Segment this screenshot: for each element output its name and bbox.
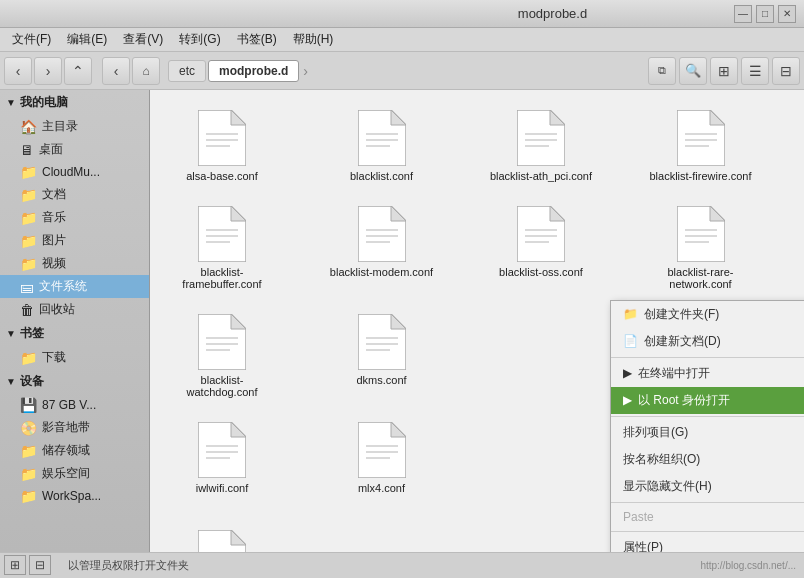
sidebar-section-mycomputer[interactable]: ▼ 我的电脑 bbox=[0, 90, 149, 115]
list-view-button[interactable]: ☰ bbox=[741, 57, 769, 85]
sidebar-item-storage[interactable]: 📁 储存领域 bbox=[0, 439, 149, 462]
sidebar-item-entertainment[interactable]: 📁 娱乐空间 bbox=[0, 462, 149, 485]
minimize-button[interactable]: — bbox=[734, 5, 752, 23]
bottom-btn-2[interactable]: ⊟ bbox=[29, 555, 51, 575]
drive-icon: 💾 bbox=[20, 397, 37, 413]
file-icon-blacklist-watchdog bbox=[198, 314, 246, 370]
window-controls[interactable]: — □ ✕ bbox=[734, 5, 796, 23]
section-label-devices: 设备 bbox=[20, 373, 44, 390]
sidebar-item-pictures[interactable]: 📁 图片 bbox=[0, 229, 149, 252]
sidebar-label-home: 主目录 bbox=[42, 118, 78, 135]
sidebar-section-devices[interactable]: ▼ 设备 bbox=[0, 369, 149, 394]
ctx-create-folder[interactable]: 📁创建文件夹(F) › bbox=[611, 301, 804, 328]
detail-view-button[interactable]: ⊟ bbox=[772, 57, 800, 85]
main-area: ▼ 我的电脑 🏠 主目录 🖥 桌面 📁 CloudMu... 📁 文档 📁 音乐… bbox=[0, 90, 804, 552]
sidebar-item-videos[interactable]: 📁 视频 bbox=[0, 252, 149, 275]
ctx-sep-3 bbox=[611, 502, 804, 503]
menu-edit[interactable]: 编辑(E) bbox=[59, 29, 115, 50]
sidebar-item-87gb[interactable]: 💾 87 GB V... bbox=[0, 394, 149, 416]
sidebar-label-downloads: 下载 bbox=[42, 349, 66, 366]
menu-bookmarks[interactable]: 书签(B) bbox=[229, 29, 285, 50]
ctx-properties[interactable]: 属性(P) bbox=[611, 534, 804, 552]
downloads-icon: 📁 bbox=[20, 350, 37, 366]
file-item-blacklist-firewire[interactable]: blacklist-firewire.conf bbox=[641, 102, 761, 190]
file-item-dkms[interactable]: dkms.conf bbox=[322, 306, 442, 406]
file-label-blacklist-fb: blacklist-framebuffer.conf bbox=[167, 266, 277, 290]
entertainment-icon: 📁 bbox=[20, 466, 37, 482]
file-label-iwlwifi: iwlwifi.conf bbox=[196, 482, 249, 494]
ctx-show-hidden[interactable]: 显示隐藏文件(H) bbox=[611, 473, 804, 500]
file-label-blacklist-oss: blacklist-oss.conf bbox=[499, 266, 583, 278]
grid-view-button[interactable]: ⊞ bbox=[710, 57, 738, 85]
close-button[interactable]: ✕ bbox=[778, 5, 796, 23]
nav-up-button[interactable]: ⌃ bbox=[64, 57, 92, 85]
file-icon-blacklist-rare bbox=[677, 206, 725, 262]
context-menu: 📁创建文件夹(F) › 📄创建新文档(D) › ▶在终端中打开 ▶以 Root … bbox=[610, 300, 804, 552]
nav-back-button[interactable]: ‹ bbox=[4, 57, 32, 85]
split-view-button[interactable]: ⧉ bbox=[648, 57, 676, 85]
svg-marker-71 bbox=[231, 530, 246, 545]
filesystem-icon: 🖴 bbox=[20, 279, 34, 295]
file-icon-blacklist-modem bbox=[358, 206, 406, 262]
file-label-blacklist: blacklist.conf bbox=[350, 170, 413, 182]
file-item-blacklist-fb[interactable]: blacklist-framebuffer.conf bbox=[162, 198, 282, 298]
ctx-open-terminal[interactable]: ▶在终端中打开 bbox=[611, 360, 804, 387]
file-icon-vmwgfx bbox=[198, 530, 246, 552]
file-item-alsa-base[interactable]: alsa-base.conf bbox=[162, 102, 282, 190]
menubar: 文件(F) 编辑(E) 查看(V) 转到(G) 书签(B) 帮助(H) bbox=[0, 28, 804, 52]
nav-prev-button[interactable]: ‹ bbox=[102, 57, 130, 85]
sidebar-label-87gb: 87 GB V... bbox=[42, 398, 96, 412]
sidebar-item-music[interactable]: 📁 音乐 bbox=[0, 206, 149, 229]
menu-view[interactable]: 查看(V) bbox=[115, 29, 171, 50]
breadcrumb-modprobe[interactable]: modprobe.d bbox=[208, 60, 299, 82]
file-item-blacklist-rare[interactable]: blacklist-rare-network.conf bbox=[641, 198, 761, 298]
menu-goto[interactable]: 转到(G) bbox=[171, 29, 228, 50]
sidebar-item-cloudmu[interactable]: 📁 CloudMu... bbox=[0, 161, 149, 183]
sidebar-item-filesystem[interactable]: 🖴 文件系统 bbox=[0, 275, 149, 298]
file-icon-blacklist-fb bbox=[198, 206, 246, 262]
nav-home-button[interactable]: ⌂ bbox=[132, 57, 160, 85]
sidebar-item-media[interactable]: 📀 影音地带 bbox=[0, 416, 149, 439]
breadcrumb-etc[interactable]: etc bbox=[168, 60, 206, 82]
file-icon-blacklist-ath bbox=[517, 110, 565, 166]
maximize-button[interactable]: □ bbox=[756, 5, 774, 23]
bottom-btn-1[interactable]: ⊞ bbox=[4, 555, 26, 575]
sidebar-label-pictures: 图片 bbox=[42, 232, 66, 249]
file-item-blacklist-ath[interactable]: blacklist-ath_pci.conf bbox=[481, 102, 601, 190]
file-item-mlx4[interactable]: mlx4.conf bbox=[322, 414, 442, 514]
file-item-blacklist-modem[interactable]: blacklist-modem.conf bbox=[322, 198, 442, 298]
ctx-open-as-root[interactable]: ▶以 Root 身份打开 bbox=[611, 387, 804, 414]
file-item-vmwgfx[interactable]: vmwgfx-fbdev.conf bbox=[162, 522, 282, 552]
media-icon: 📀 bbox=[20, 420, 37, 436]
sidebar-item-docs[interactable]: 📁 文档 bbox=[0, 183, 149, 206]
nav-forward-button[interactable]: › bbox=[34, 57, 62, 85]
sidebar-item-workspace[interactable]: 📁 WorkSpa... bbox=[0, 485, 149, 507]
menu-file[interactable]: 文件(F) bbox=[4, 29, 59, 50]
menu-help[interactable]: 帮助(H) bbox=[285, 29, 342, 50]
section-label-bookmarks: 书签 bbox=[20, 325, 44, 342]
svg-marker-1 bbox=[231, 110, 246, 125]
videos-icon: 📁 bbox=[20, 256, 37, 272]
sidebar-label-music: 音乐 bbox=[42, 209, 66, 226]
search-button[interactable]: 🔍 bbox=[679, 57, 707, 85]
ctx-paste[interactable]: Paste bbox=[611, 505, 804, 529]
ctx-organize-by-name[interactable]: 按名称组织(O) bbox=[611, 446, 804, 473]
file-item-blacklist-oss[interactable]: blacklist-oss.conf bbox=[481, 198, 601, 298]
sidebar-label-workspace: WorkSpa... bbox=[42, 489, 101, 503]
ctx-create-doc[interactable]: 📄创建新文档(D) › bbox=[611, 328, 804, 355]
sidebar-item-desktop[interactable]: 🖥 桌面 bbox=[0, 138, 149, 161]
file-item-iwlwifi[interactable]: iwlwifi.conf bbox=[162, 414, 282, 514]
file-item-blacklist[interactable]: blacklist.conf bbox=[322, 102, 442, 190]
ctx-arrange-items[interactable]: 排列项目(G) › bbox=[611, 419, 804, 446]
file-icon-dkms bbox=[358, 314, 406, 370]
breadcrumb-more-arrow[interactable]: › bbox=[303, 63, 308, 79]
file-icon-blacklist bbox=[358, 110, 406, 166]
sidebar-section-bookmarks[interactable]: ▼ 书签 bbox=[0, 321, 149, 346]
sidebar-item-downloads[interactable]: 📁 下载 bbox=[0, 346, 149, 369]
sidebar-item-trash[interactable]: 🗑 回收站 bbox=[0, 298, 149, 321]
sidebar-item-home[interactable]: 🏠 主目录 bbox=[0, 115, 149, 138]
file-item-blacklist-watchdog[interactable]: blacklist-watchdog.conf bbox=[162, 306, 282, 406]
toolbar: ‹ › ⌃ ‹ ⌂ etc modprobe.d › ⧉ 🔍 ⊞ ☰ ⊟ bbox=[0, 52, 804, 90]
toolbar-right: ⧉ 🔍 ⊞ ☰ ⊟ bbox=[648, 57, 800, 85]
ctx-folder-icon: 📁 bbox=[623, 307, 638, 321]
